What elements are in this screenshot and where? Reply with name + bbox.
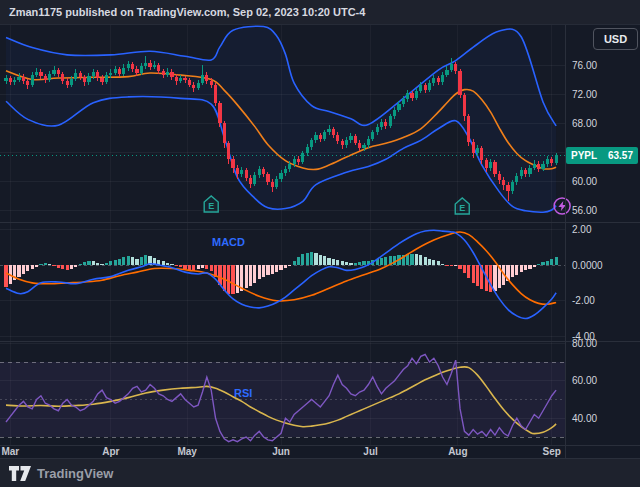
svg-text:Jun: Jun	[272, 446, 290, 457]
svg-text:56.00: 56.00	[572, 205, 597, 216]
footer-bar: TradingView	[0, 458, 640, 487]
attribution-bar: Zman1175 published on TradingView.com, S…	[0, 0, 640, 25]
chart-canvas[interactable]: EE76.0072.0068.0060.0056.002.000.0000-2.…	[0, 0, 640, 487]
earnings-e-icon[interactable]: E	[455, 198, 469, 214]
svg-text:60.00: 60.00	[572, 375, 597, 386]
svg-text:60.00: 60.00	[572, 176, 597, 187]
price-scale[interactable]: 76.0072.0068.0060.0056.002.000.0000-2.00…	[572, 60, 603, 424]
last-price-badge: PYPL 63.57	[566, 147, 638, 164]
rsi-indicator-label[interactable]: RSI	[234, 387, 252, 399]
currency-button[interactable]: USD	[593, 28, 638, 50]
svg-text:2.00: 2.00	[572, 224, 592, 235]
svg-text:40.00: 40.00	[572, 413, 597, 424]
svg-text:Mar: Mar	[1, 446, 19, 457]
last-price-value: 63.57	[608, 150, 633, 161]
tradingview-logo-icon[interactable]	[9, 466, 31, 481]
svg-text:0.0000: 0.0000	[572, 260, 603, 271]
svg-text:Apr: Apr	[102, 446, 119, 457]
svg-text:68.00: 68.00	[572, 118, 597, 129]
svg-text:80.00: 80.00	[572, 338, 597, 349]
svg-text:Aug: Aug	[448, 446, 467, 457]
tradingview-brand-text[interactable]: TradingView	[37, 466, 113, 481]
svg-text:Jul: Jul	[363, 446, 378, 457]
tradingview-chart-screenshot: Zman1175 published on TradingView.com, S…	[0, 0, 640, 487]
lightning-icon[interactable]	[554, 198, 570, 214]
svg-text:E: E	[459, 203, 465, 213]
svg-text:May: May	[177, 446, 197, 457]
attribution-text: Zman1175 published on TradingView.com, S…	[9, 6, 365, 18]
svg-text:-2.00: -2.00	[572, 295, 595, 306]
ticker-label: PYPL	[571, 150, 597, 161]
earnings-e-icon[interactable]: E	[204, 196, 218, 212]
time-scale[interactable]: MarAprMayJunJulAugSep	[1, 446, 560, 457]
svg-text:72.00: 72.00	[572, 89, 597, 100]
svg-text:76.00: 76.00	[572, 60, 597, 71]
svg-text:Sep: Sep	[543, 446, 561, 457]
macd-indicator-label[interactable]: MACD	[212, 236, 245, 248]
svg-text:E: E	[208, 201, 214, 211]
